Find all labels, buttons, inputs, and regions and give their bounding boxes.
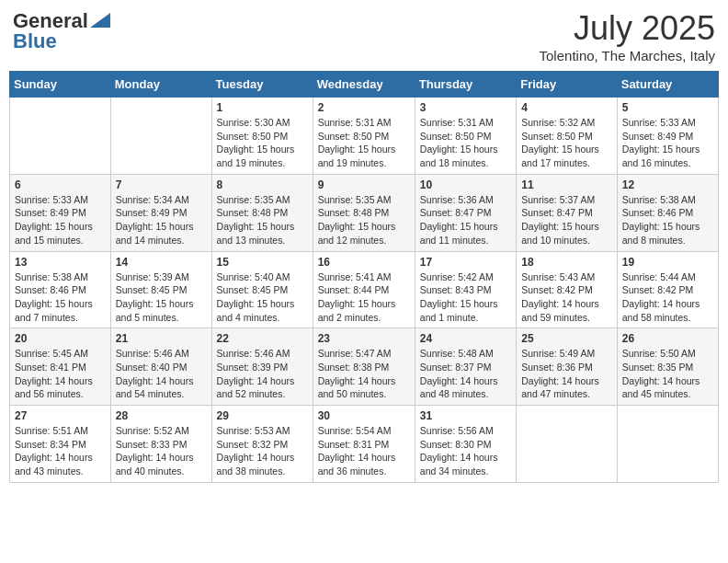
- day-number: 17: [420, 256, 511, 269]
- day-info: Sunrise: 5:35 AM Sunset: 8:48 PM Dayligh…: [217, 193, 308, 247]
- page-header: General Blue July 2025 Tolentino, The Ma…: [9, 9, 719, 63]
- calendar-cell: 25Sunrise: 5:49 AM Sunset: 8:36 PM Dayli…: [517, 328, 618, 406]
- calendar-cell: 2Sunrise: 5:31 AM Sunset: 8:50 PM Daylig…: [313, 98, 415, 175]
- day-info: Sunrise: 5:33 AM Sunset: 8:49 PM Dayligh…: [622, 116, 713, 170]
- day-number: 14: [116, 256, 207, 269]
- day-info: Sunrise: 5:32 AM Sunset: 8:50 PM Dayligh…: [521, 116, 612, 170]
- day-info: Sunrise: 5:33 AM Sunset: 8:49 PM Dayligh…: [15, 193, 106, 247]
- calendar-cell: 29Sunrise: 5:53 AM Sunset: 8:32 PM Dayli…: [211, 406, 313, 483]
- calendar-cell: [517, 406, 618, 483]
- calendar-cell: 12Sunrise: 5:38 AM Sunset: 8:46 PM Dayli…: [617, 174, 718, 251]
- calendar-cell: 14Sunrise: 5:39 AM Sunset: 8:45 PM Dayli…: [110, 251, 211, 328]
- week-row-3: 13Sunrise: 5:38 AM Sunset: 8:46 PM Dayli…: [10, 251, 719, 328]
- day-number: 9: [318, 178, 410, 191]
- calendar-cell: 15Sunrise: 5:40 AM Sunset: 8:45 PM Dayli…: [211, 251, 313, 328]
- calendar-cell: 28Sunrise: 5:52 AM Sunset: 8:33 PM Dayli…: [110, 406, 211, 483]
- day-info: Sunrise: 5:51 AM Sunset: 8:34 PM Dayligh…: [15, 424, 106, 478]
- week-row-4: 20Sunrise: 5:45 AM Sunset: 8:41 PM Dayli…: [10, 328, 719, 406]
- day-number: 22: [217, 332, 308, 345]
- day-number: 25: [521, 332, 612, 345]
- day-info: Sunrise: 5:45 AM Sunset: 8:41 PM Dayligh…: [15, 347, 106, 401]
- day-info: Sunrise: 5:43 AM Sunset: 8:42 PM Dayligh…: [521, 270, 612, 325]
- day-info: Sunrise: 5:35 AM Sunset: 8:48 PM Dayligh…: [318, 193, 410, 247]
- day-number: 27: [15, 409, 106, 422]
- day-info: Sunrise: 5:50 AM Sunset: 8:35 PM Dayligh…: [622, 347, 713, 401]
- calendar-cell: 16Sunrise: 5:41 AM Sunset: 8:44 PM Dayli…: [313, 251, 415, 328]
- calendar-cell: 11Sunrise: 5:37 AM Sunset: 8:47 PM Dayli…: [517, 174, 618, 251]
- day-number: 30: [318, 409, 410, 422]
- day-number: 23: [318, 332, 410, 345]
- day-number: 11: [521, 178, 612, 191]
- logo: General Blue: [13, 9, 110, 53]
- day-number: 13: [15, 256, 106, 269]
- day-info: Sunrise: 5:53 AM Sunset: 8:32 PM Dayligh…: [217, 424, 308, 478]
- calendar-table: SundayMondayTuesdayWednesdayThursdayFrid…: [9, 71, 719, 483]
- day-number: 5: [622, 101, 713, 114]
- day-info: Sunrise: 5:31 AM Sunset: 8:50 PM Dayligh…: [318, 116, 410, 170]
- day-info: Sunrise: 5:38 AM Sunset: 8:46 PM Dayligh…: [15, 270, 106, 325]
- day-info: Sunrise: 5:56 AM Sunset: 8:30 PM Dayligh…: [420, 424, 511, 478]
- calendar-cell: 7Sunrise: 5:34 AM Sunset: 8:49 PM Daylig…: [110, 174, 211, 251]
- day-number: 28: [116, 409, 207, 422]
- calendar-cell: 10Sunrise: 5:36 AM Sunset: 8:47 PM Dayli…: [415, 174, 516, 251]
- day-number: 24: [420, 332, 511, 345]
- day-info: Sunrise: 5:46 AM Sunset: 8:40 PM Dayligh…: [116, 347, 207, 401]
- weekday-header-tuesday: Tuesday: [211, 72, 313, 98]
- day-number: 19: [622, 256, 713, 269]
- day-number: 29: [217, 409, 308, 422]
- day-info: Sunrise: 5:47 AM Sunset: 8:38 PM Dayligh…: [318, 347, 410, 401]
- weekday-header-wednesday: Wednesday: [313, 72, 415, 98]
- day-info: Sunrise: 5:44 AM Sunset: 8:42 PM Dayligh…: [622, 270, 713, 325]
- calendar-cell: 4Sunrise: 5:32 AM Sunset: 8:50 PM Daylig…: [517, 98, 618, 175]
- day-info: Sunrise: 5:37 AM Sunset: 8:47 PM Dayligh…: [521, 193, 612, 247]
- calendar-cell: 6Sunrise: 5:33 AM Sunset: 8:49 PM Daylig…: [10, 174, 111, 251]
- day-number: 2: [318, 101, 410, 114]
- week-row-5: 27Sunrise: 5:51 AM Sunset: 8:34 PM Dayli…: [10, 406, 719, 483]
- month-title: July 2025: [540, 9, 715, 48]
- day-info: Sunrise: 5:41 AM Sunset: 8:44 PM Dayligh…: [318, 270, 410, 325]
- calendar-cell: 22Sunrise: 5:46 AM Sunset: 8:39 PM Dayli…: [211, 328, 313, 406]
- calendar-cell: 8Sunrise: 5:35 AM Sunset: 8:48 PM Daylig…: [211, 174, 313, 251]
- weekday-header-row: SundayMondayTuesdayWednesdayThursdayFrid…: [10, 72, 719, 98]
- calendar-cell: [10, 98, 111, 175]
- calendar-cell: 18Sunrise: 5:43 AM Sunset: 8:42 PM Dayli…: [517, 251, 618, 328]
- day-info: Sunrise: 5:34 AM Sunset: 8:49 PM Dayligh…: [116, 193, 207, 247]
- calendar-cell: 31Sunrise: 5:56 AM Sunset: 8:30 PM Dayli…: [415, 406, 516, 483]
- day-number: 16: [318, 256, 410, 269]
- calendar-cell: 30Sunrise: 5:54 AM Sunset: 8:31 PM Dayli…: [313, 406, 415, 483]
- svg-marker-0: [90, 13, 110, 28]
- calendar-cell: [617, 406, 718, 483]
- calendar-cell: 26Sunrise: 5:50 AM Sunset: 8:35 PM Dayli…: [617, 328, 718, 406]
- week-row-2: 6Sunrise: 5:33 AM Sunset: 8:49 PM Daylig…: [10, 174, 719, 251]
- day-number: 12: [622, 178, 713, 191]
- day-number: 18: [521, 256, 612, 269]
- day-number: 8: [217, 178, 308, 191]
- day-info: Sunrise: 5:31 AM Sunset: 8:50 PM Dayligh…: [420, 116, 511, 170]
- calendar-cell: [110, 98, 211, 175]
- day-number: 20: [15, 332, 106, 345]
- day-number: 6: [15, 178, 106, 191]
- day-info: Sunrise: 5:48 AM Sunset: 8:37 PM Dayligh…: [420, 347, 511, 401]
- calendar-cell: 9Sunrise: 5:35 AM Sunset: 8:48 PM Daylig…: [313, 174, 415, 251]
- day-number: 15: [217, 256, 308, 269]
- logo-blue: Blue: [13, 29, 57, 53]
- location: Tolentino, The Marches, Italy: [540, 48, 715, 63]
- weekday-header-friday: Friday: [517, 72, 618, 98]
- day-info: Sunrise: 5:38 AM Sunset: 8:46 PM Dayligh…: [622, 193, 713, 247]
- title-block: July 2025 Tolentino, The Marches, Italy: [540, 9, 715, 63]
- day-number: 7: [116, 178, 207, 191]
- day-info: Sunrise: 5:54 AM Sunset: 8:31 PM Dayligh…: [318, 424, 410, 478]
- day-info: Sunrise: 5:46 AM Sunset: 8:39 PM Dayligh…: [217, 347, 308, 401]
- weekday-header-sunday: Sunday: [10, 72, 111, 98]
- day-info: Sunrise: 5:52 AM Sunset: 8:33 PM Dayligh…: [116, 424, 207, 478]
- calendar-cell: 5Sunrise: 5:33 AM Sunset: 8:49 PM Daylig…: [617, 98, 718, 175]
- day-number: 4: [521, 101, 612, 114]
- week-row-1: 1Sunrise: 5:30 AM Sunset: 8:50 PM Daylig…: [10, 98, 719, 175]
- calendar-cell: 13Sunrise: 5:38 AM Sunset: 8:46 PM Dayli…: [10, 251, 111, 328]
- logo-icon: [90, 13, 110, 28]
- day-number: 31: [420, 409, 511, 422]
- calendar-cell: 19Sunrise: 5:44 AM Sunset: 8:42 PM Dayli…: [617, 251, 718, 328]
- day-info: Sunrise: 5:39 AM Sunset: 8:45 PM Dayligh…: [116, 270, 207, 325]
- day-info: Sunrise: 5:40 AM Sunset: 8:45 PM Dayligh…: [217, 270, 308, 325]
- day-info: Sunrise: 5:42 AM Sunset: 8:43 PM Dayligh…: [420, 270, 511, 325]
